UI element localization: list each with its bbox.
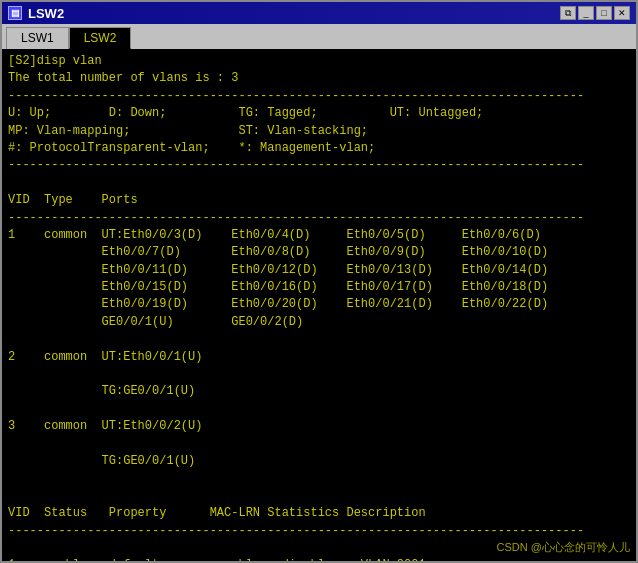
- minimize-button[interactable]: _: [578, 6, 594, 20]
- main-window: ▤ LSW2 ⧉ _ □ ✕ LSW1 LSW2 [S2]disp vlan T…: [0, 0, 638, 563]
- title-bar-left: ▤ LSW2: [8, 6, 64, 21]
- tab-lsw2[interactable]: LSW2: [69, 27, 132, 49]
- tab-lsw1[interactable]: LSW1: [6, 27, 69, 49]
- terminal-content: [S2]disp vlan The total number of vlans …: [8, 53, 630, 561]
- restore-button[interactable]: ⧉: [560, 6, 576, 20]
- title-bar: ▤ LSW2 ⧉ _ □ ✕: [2, 2, 636, 24]
- tab-bar: LSW1 LSW2: [2, 24, 636, 49]
- window-title: LSW2: [28, 6, 64, 21]
- title-controls: ⧉ _ □ ✕: [560, 6, 630, 20]
- app-icon: ▤: [8, 6, 22, 20]
- maximize-button[interactable]: □: [596, 6, 612, 20]
- close-button[interactable]: ✕: [614, 6, 630, 20]
- terminal-output[interactable]: [S2]disp vlan The total number of vlans …: [2, 49, 636, 561]
